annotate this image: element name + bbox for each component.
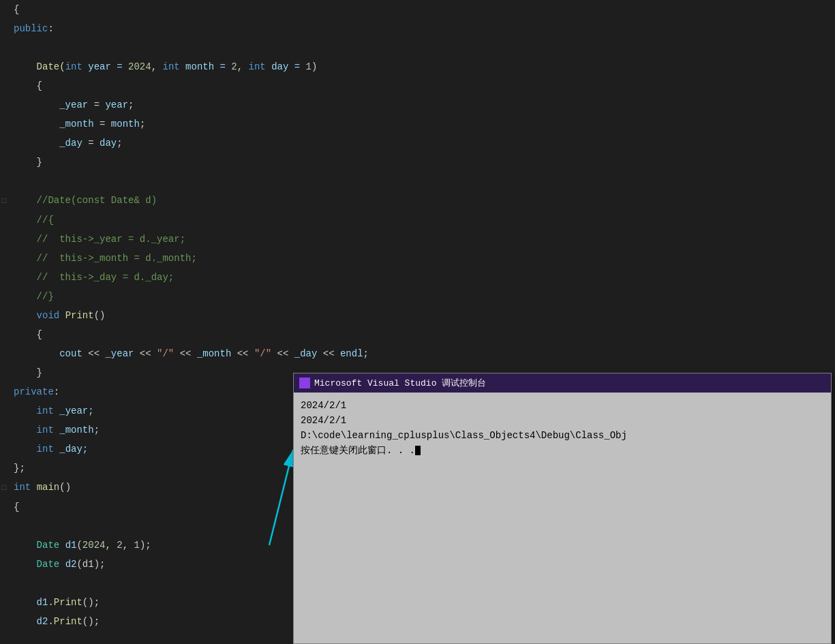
code-line: cout << _year << "/" << _month << "/" <<…	[0, 344, 835, 363]
token	[59, 310, 65, 321]
token: ();	[82, 597, 100, 608]
token: <<	[134, 348, 157, 359]
line-gutter: □	[0, 478, 10, 497]
console-popup: Microsoft Visual Studio 调试控制台 2024/2/120…	[293, 373, 832, 644]
token: _month	[59, 119, 93, 129]
line-content: public:	[10, 19, 835, 38]
token: d2	[65, 559, 77, 570]
code-line: {	[0, 76, 835, 95]
token: const	[76, 195, 105, 206]
token: _month	[197, 348, 231, 359]
token: <<	[82, 348, 106, 359]
token: cout	[59, 348, 82, 359]
token: 2	[231, 61, 237, 72]
token: ;	[140, 119, 145, 129]
token: Date	[37, 559, 65, 570]
token: Print	[54, 597, 82, 608]
console-line: D:\code\learning_cplusplus\Class_Objects…	[301, 428, 824, 443]
token: =	[82, 138, 100, 149]
token: int	[37, 405, 54, 416]
line-content: // this->_year = d._year;	[10, 230, 835, 249]
code-line	[0, 38, 835, 57]
token: 1	[306, 61, 312, 72]
token: public	[14, 23, 48, 34]
token: {	[14, 502, 19, 512]
token: (d1);	[76, 559, 105, 570]
token: int	[65, 61, 82, 72]
token: //}	[37, 291, 54, 302]
code-line: □ //Date(const Date& d)	[0, 191, 835, 211]
line-content: // this->_day = d._day;	[10, 268, 835, 287]
token: ,	[151, 61, 163, 72]
line-content: }	[10, 153, 835, 172]
code-line: _month = month;	[0, 114, 835, 134]
token: Print	[54, 616, 82, 627]
token: // this->_year = d._year;	[37, 234, 185, 245]
code-line: Date(int year = 2024, int month = 2, int…	[0, 57, 835, 76]
token: 2	[117, 540, 122, 551]
token: year =	[82, 61, 128, 72]
token: month	[111, 119, 140, 129]
token: //Date(	[37, 195, 77, 206]
line-content: //}	[10, 287, 835, 306]
line-content: _day = day;	[10, 134, 835, 153]
line-content: cout << _year << "/" << _month << "/" <<…	[10, 344, 835, 363]
token: 2024	[82, 540, 106, 551]
token: }	[37, 367, 42, 378]
token: "/"	[254, 348, 271, 359]
token	[31, 482, 36, 493]
line-content: {	[10, 76, 835, 95]
console-title: Microsoft Visual Studio 调试控制台	[314, 377, 486, 389]
token: day =	[266, 61, 306, 72]
console-line: 2024/2/1	[301, 398, 824, 413]
token: )	[312, 61, 317, 72]
token: day	[100, 138, 117, 149]
token: _year;	[54, 405, 94, 416]
token: "/"	[157, 348, 174, 359]
token: _month;	[54, 425, 100, 435]
code-line: _day = day;	[0, 134, 835, 153]
token: <<	[317, 348, 340, 359]
token: ;	[117, 138, 122, 149]
console-line: 2024/2/1	[301, 413, 824, 428]
token: ()	[59, 482, 71, 493]
token: (	[76, 540, 82, 551]
code-line: public:	[0, 19, 835, 38]
code-line: //}	[0, 287, 835, 306]
token: int	[37, 444, 54, 455]
token: =	[88, 99, 105, 110]
code-line: // this->_month = d._month;	[0, 249, 835, 268]
line-content: {	[10, 325, 835, 344]
token: {	[37, 80, 42, 91]
token: {	[37, 329, 42, 340]
line-content: void Print()	[10, 306, 835, 325]
code-line: // this->_day = d._day;	[0, 268, 835, 287]
token: Date(	[37, 61, 65, 72]
token: int	[37, 425, 54, 435]
code-line: //{	[0, 211, 835, 230]
line-content: //{	[10, 211, 835, 230]
token: );	[140, 540, 151, 551]
line-content: //Date(const Date& d)	[10, 191, 835, 210]
line-content: _month = month;	[10, 114, 835, 134]
token: ();	[82, 616, 100, 627]
code-line: void Print()	[0, 306, 835, 325]
token: int	[14, 482, 31, 493]
token: int	[162, 61, 179, 72]
token: 1	[134, 540, 139, 551]
token: void	[37, 310, 60, 321]
collapse-icon[interactable]: □	[2, 191, 7, 211]
collapse-icon[interactable]: □	[2, 478, 7, 497]
token: <<	[231, 348, 254, 359]
token: int	[249, 61, 266, 72]
line-content: {	[10, 0, 835, 19]
token: endl	[340, 348, 363, 359]
code-line	[0, 172, 835, 191]
token: ,	[105, 540, 117, 551]
token: .	[48, 616, 53, 627]
token: _year	[59, 99, 88, 110]
token: // this->_day = d._day;	[37, 272, 174, 283]
code-line: // this->_year = d._year;	[0, 230, 835, 249]
token: ()	[94, 310, 106, 321]
token: <<	[271, 348, 294, 359]
